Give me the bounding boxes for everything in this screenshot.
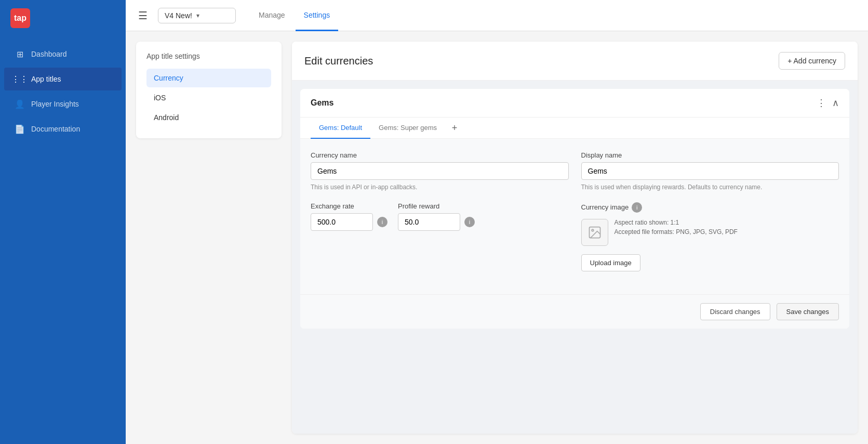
save-changes-button[interactable]: Save changes xyxy=(777,303,839,320)
exchange-image-row: Exchange rate i Profile reward xyxy=(311,202,839,271)
currency-name-group: Currency name This is used in API or in-… xyxy=(311,151,569,192)
sidebar-item-label: Dashboard xyxy=(31,50,67,58)
image-preview-row: Aspect ratio shown: 1:1 Accepted file fo… xyxy=(581,219,839,246)
more-options-icon[interactable]: ⋮ xyxy=(817,97,826,109)
sidebar-nav: ⊞ Dashboard ⋮⋮ App titles 👤 Player Insig… xyxy=(0,36,126,147)
tab-manage[interactable]: Manage xyxy=(250,1,293,31)
exchange-rate-input[interactable] xyxy=(311,213,373,231)
app-selector-value: V4 New! xyxy=(165,11,192,20)
logo: tap xyxy=(10,8,30,28)
app-titles-icon: ⋮⋮ xyxy=(15,74,25,84)
discard-changes-button[interactable]: Discard changes xyxy=(700,303,770,320)
chevron-down-icon: ▾ xyxy=(196,12,199,19)
exchange-rate-label: Exchange rate xyxy=(311,202,388,210)
collapse-icon[interactable]: ∧ xyxy=(832,97,839,109)
image-placeholder-icon xyxy=(587,225,602,240)
sidebar-logo: tap xyxy=(0,0,126,36)
currency-card-actions: ⋮ ∧ xyxy=(817,97,839,109)
image-info: Aspect ratio shown: 1:1 Accepted file fo… xyxy=(615,219,738,236)
sidebar-item-dashboard[interactable]: ⊞ Dashboard xyxy=(4,43,122,66)
card-footer: Discard changes Save changes xyxy=(300,294,849,329)
currency-name-hint: This is used in API or in-app callbacks. xyxy=(311,183,569,192)
page-title: Edit currencies xyxy=(304,55,373,67)
profile-reward-label: Profile reward xyxy=(398,202,475,210)
display-name-hint: This is used when displaying rewards. De… xyxy=(581,183,839,192)
tab-gems-super[interactable]: Gems: Super gems xyxy=(370,117,445,139)
display-name-group: Display name This is used when displayin… xyxy=(581,151,839,192)
exchange-rate-info-icon[interactable]: i xyxy=(377,217,388,227)
sidebar: tap ⊞ Dashboard ⋮⋮ App titles 👤 Player I… xyxy=(0,0,126,444)
currency-section: Gems ⋮ ∧ Gems: Default Gems: Super gems xyxy=(292,81,858,434)
currency-image-info-icon[interactable]: i xyxy=(632,202,642,213)
main-content: ☰ V4 New! ▾ Manage Settings App title se… xyxy=(126,0,868,444)
display-name-label: Display name xyxy=(581,151,839,159)
add-currency-button[interactable]: + Add currency xyxy=(779,52,845,70)
right-panel: Edit currencies + Add currency Gems ⋮ ∧ xyxy=(292,42,858,434)
documentation-icon: 📄 xyxy=(15,124,25,134)
hamburger-button[interactable]: ☰ xyxy=(138,9,148,22)
currency-card-title: Gems xyxy=(311,98,333,108)
add-tab-button[interactable]: + xyxy=(447,121,462,135)
left-panel-title: App title settings xyxy=(146,52,271,60)
exchange-reward-col: Exchange rate i Profile reward xyxy=(311,202,569,271)
side-menu-ios[interactable]: iOS xyxy=(146,88,271,107)
tab-settings[interactable]: Settings xyxy=(296,1,339,31)
side-menu-android[interactable]: Android xyxy=(146,108,271,127)
currency-name-label: Currency name xyxy=(311,151,569,159)
tab-gems-default[interactable]: Gems: Default xyxy=(311,117,370,139)
app-selector[interactable]: V4 New! ▾ xyxy=(158,8,236,23)
currency-image-label-row: Currency image i xyxy=(581,202,839,213)
name-row: Currency name This is used in API or in-… xyxy=(311,151,839,192)
svg-point-1 xyxy=(592,229,594,231)
image-aspect-ratio: Aspect ratio shown: 1:1 xyxy=(615,219,738,226)
dashboard-icon: ⊞ xyxy=(15,49,25,59)
profile-reward-group: Profile reward i xyxy=(398,202,475,231)
content-area: App title settings Currency iOS Android … xyxy=(126,31,868,444)
currency-image-col: Currency image i xyxy=(581,202,839,271)
left-panel: App title settings Currency iOS Android xyxy=(136,42,282,138)
sidebar-item-app-titles[interactable]: ⋮⋮ App titles xyxy=(4,68,122,90)
image-placeholder xyxy=(581,219,608,246)
right-panel-header: Edit currencies + Add currency xyxy=(292,42,858,81)
sidebar-item-documentation[interactable]: 📄 Documentation xyxy=(4,117,122,140)
card-tabs: Gems: Default Gems: Super gems + xyxy=(300,117,849,139)
profile-reward-wrapper: i xyxy=(398,213,475,231)
profile-reward-info-icon[interactable]: i xyxy=(464,217,475,227)
topbar: ☰ V4 New! ▾ Manage Settings xyxy=(126,0,868,31)
display-name-input[interactable] xyxy=(581,162,839,180)
sidebar-item-label: Documentation xyxy=(31,125,80,133)
player-insights-icon: 👤 xyxy=(15,99,25,109)
profile-reward-input[interactable] xyxy=(398,213,460,231)
exchange-rate-group: Exchange rate i xyxy=(311,202,388,231)
currency-image-section: Currency image i xyxy=(581,202,839,271)
card-form: Currency name This is used in API or in-… xyxy=(300,139,849,294)
currency-image-label: Currency image xyxy=(581,203,629,211)
upload-image-button[interactable]: Upload image xyxy=(581,254,640,271)
image-formats: Accepted file formats: PNG, JPG, SVG, PD… xyxy=(615,228,738,236)
sidebar-item-label: App titles xyxy=(31,75,61,83)
currency-name-input[interactable] xyxy=(311,162,569,180)
exchange-rate-wrapper: i xyxy=(311,213,388,231)
sidebar-item-player-insights[interactable]: 👤 Player Insights xyxy=(4,93,122,115)
currency-card-header: Gems ⋮ ∧ xyxy=(300,89,849,117)
side-menu-currency[interactable]: Currency xyxy=(146,69,271,87)
sidebar-item-label: Player Insights xyxy=(31,100,79,108)
tab-nav: Manage Settings xyxy=(250,0,338,31)
fields-row: Exchange rate i Profile reward xyxy=(311,202,569,231)
currency-card: Gems ⋮ ∧ Gems: Default Gems: Super gems xyxy=(300,89,849,329)
